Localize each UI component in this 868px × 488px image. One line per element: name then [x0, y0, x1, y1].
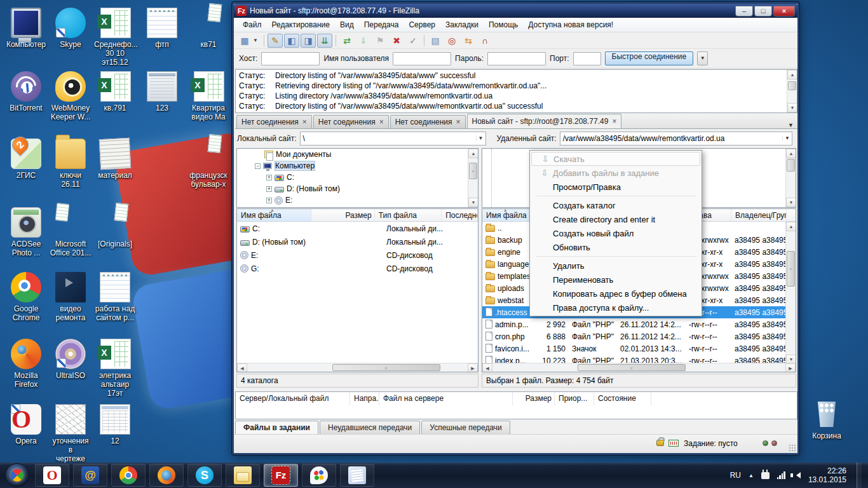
context-menu-item[interactable]: Create directory and enter it — [531, 212, 700, 226]
clock[interactable]: 22:26 13.01.2015 — [808, 466, 846, 484]
tree-expander-icon[interactable]: + — [266, 186, 272, 192]
menu-7[interactable]: Помощь — [484, 18, 523, 31]
scroll-thumb[interactable] — [788, 81, 796, 90]
desktop-icon-app-123[interactable]: 123 — [141, 71, 183, 112]
context-menu-item[interactable]: Просмотр/Правка — [531, 180, 700, 194]
tab-close-icon[interactable]: × — [302, 118, 307, 126]
combo-dropdown-icon[interactable]: ▼ — [782, 135, 792, 141]
scroll-right-icon[interactable]: ▶ — [785, 363, 796, 372]
desktop-icon-skype[interactable]: Skype — [50, 8, 92, 49]
queue-column-header[interactable]: Приор... — [555, 392, 594, 405]
scroll-up-icon[interactable]: ▲ — [786, 222, 796, 231]
remote-site-combo[interactable]: /var/www/a38495/data/www/remontkvartir.o… — [560, 132, 792, 146]
queue-tab-1[interactable]: Файлы в задании — [235, 421, 318, 435]
tree-item[interactable]: +C: — [237, 172, 478, 183]
file-row[interactable]: D: (Новый том)Локальный ди... — [237, 235, 478, 248]
session-tab-4[interactable]: Новый сайт - sftp://root@178.208.77.49× — [467, 114, 622, 128]
message-log[interactable]: Статус:Directory listing of "/var/www/a3… — [235, 69, 797, 113]
vertical-scrollbar[interactable]: ▲≡▼ — [785, 222, 796, 364]
horizontal-scrollbar[interactable]: ◀≡▶ — [482, 363, 796, 372]
file-row[interactable]: favicon.i...1 150Значок02.01.2013 14:3..… — [482, 342, 796, 355]
taskbar-paint[interactable] — [302, 464, 336, 487]
volume-icon[interactable] — [793, 472, 801, 478]
taskbar-mailru[interactable] — [73, 464, 107, 487]
desktop-icon-chertezh-drawing[interactable]: уточнения в чертеже — [50, 404, 92, 463]
tab-close-icon[interactable]: × — [612, 117, 616, 126]
window-titlebar[interactable]: Fz Новый сайт - sftp://root@178.208.77.4… — [234, 4, 797, 18]
desktop-icon-bittorrent[interactable]: BitTorrent — [5, 71, 47, 112]
site-manager-dropdown-icon[interactable]: ▼ — [253, 34, 261, 48]
column-header[interactable]: Последнее изменение — [442, 209, 478, 221]
scroll-down-icon[interactable]: ▼ — [468, 198, 478, 207]
file-row[interactable]: G:CD-дисковод — [237, 262, 478, 275]
site-manager-button[interactable] — [237, 34, 252, 48]
queue-column-header[interactable]: Состояние — [594, 392, 651, 405]
synchronized-browsing-button[interactable] — [477, 34, 492, 48]
desktop-icon-site-work-note[interactable]: работа над сайтом р... — [94, 272, 136, 322]
scroll-thumb[interactable]: ≡ — [578, 364, 686, 371]
vertical-scrollbar[interactable]: ▲▼ — [785, 149, 796, 207]
taskbar-chrome[interactable] — [111, 464, 146, 487]
queue-tab-3[interactable]: Успешные передачи — [421, 421, 510, 435]
tree-item[interactable]: Мои документы — [237, 149, 478, 160]
refresh-button[interactable] — [339, 34, 355, 48]
menu-1[interactable]: Файл — [238, 18, 267, 31]
desktop-icon-ultraiso[interactable]: UltraISO — [50, 339, 92, 380]
desktop-icon-kvartira-video-xls[interactable]: Квартира видео Ma — [187, 71, 229, 121]
tree-expander-icon[interactable]: + — [266, 198, 272, 203]
context-menu-item[interactable]: Переименовать — [531, 273, 700, 287]
column-header[interactable]: Тип файла — [375, 209, 442, 221]
menu-5[interactable]: Сервер — [403, 18, 440, 31]
scroll-thumb[interactable]: ≡ — [787, 251, 795, 287]
desktop-icon-video-remonta[interactable]: видео ремонта — [50, 272, 92, 322]
host-field[interactable] — [261, 52, 320, 65]
horizontal-scrollbar[interactable]: ◀≡▶ — [237, 363, 478, 372]
queue-column-header[interactable]: Файл на сервере — [379, 392, 513, 405]
scroll-up-icon[interactable]: ▲ — [786, 149, 796, 158]
language-indicator[interactable]: RU — [730, 471, 741, 480]
tree-item[interactable]: -Компьютер — [237, 160, 478, 172]
tray-expand-icon[interactable]: ▲ — [749, 473, 754, 478]
desktop-icon-mozilla-firefox[interactable]: Mozilla Firefox — [5, 339, 47, 389]
toggle-queue-button[interactable] — [317, 34, 332, 48]
reconnect-button[interactable] — [405, 34, 421, 48]
scroll-left-icon[interactable]: ◀ — [482, 363, 492, 372]
quickconnect-dropdown-icon[interactable]: ▼ — [697, 51, 708, 65]
desktop-icon-sheet-12[interactable]: 12 — [94, 404, 136, 445]
taskbar-skype[interactable] — [187, 464, 222, 487]
context-menu-item[interactable]: Права доступа к файлу... — [531, 301, 700, 315]
desktop-icon-recycle-bin[interactable]: Корзина — [806, 399, 848, 440]
column-header[interactable]: Владелец/Группа — [731, 209, 787, 221]
tab-list-icon[interactable]: ▼ — [784, 122, 797, 128]
context-menu-item[interactable]: Копировать адрес в буфер обмена — [531, 287, 700, 301]
scroll-thumb[interactable]: ≡ — [469, 163, 477, 179]
maximize-button[interactable]: □ — [754, 6, 772, 17]
file-row[interactable]: C:Локальный ди... — [237, 222, 478, 235]
desktop-icon-originals-folder[interactable]: [Originals] — [94, 207, 136, 248]
queue-column-header[interactable]: Размер — [513, 392, 555, 405]
taskbar-explorer[interactable] — [226, 464, 260, 487]
vertical-scrollbar[interactable]: ▲≡▼ — [468, 149, 478, 207]
scroll-right-icon[interactable]: ▶ — [468, 363, 478, 372]
scroll-left-icon[interactable]: ◀ — [237, 363, 247, 372]
username-field[interactable] — [393, 52, 451, 65]
tab-close-icon[interactable]: × — [456, 118, 461, 126]
tree-expander-icon[interactable]: + — [266, 175, 272, 180]
toggle-remote-tree-button[interactable] — [301, 34, 316, 48]
taskbar-opera[interactable] — [35, 464, 69, 487]
quickconnect-button[interactable]: Быстрое соединение — [605, 51, 694, 65]
desktop-icon-computer[interactable]: Компьютер — [5, 8, 47, 49]
scroll-down-icon[interactable]: ▼ — [787, 103, 797, 112]
desktop-icon-material-doc[interactable]: материал — [94, 139, 136, 180]
tree-expander-icon[interactable]: - — [255, 163, 261, 169]
queue-tab-2[interactable]: Неудавшиеся передачи — [320, 421, 420, 435]
desktop-icon-webmoney[interactable]: WebMoney Keeper W... — [50, 71, 92, 121]
column-header[interactable]: Имя файла▲ — [482, 209, 529, 221]
menu-8[interactable]: Доступна новая версия! — [523, 18, 618, 31]
desktop-icon-2gis[interactable]: 2ГИС — [5, 139, 47, 180]
session-tab-1[interactable]: Нет соединения× — [236, 115, 312, 128]
desktop-icon-french-boulevard-folder[interactable]: французск бульвар-х — [187, 139, 229, 189]
local-directory-tree[interactable]: Мои документы-Компьютер+C:+D: (Новый том… — [236, 148, 478, 208]
password-field[interactable] — [487, 52, 546, 65]
desktop-icon-acdsee[interactable]: ACDSee Photo ... — [5, 207, 47, 257]
